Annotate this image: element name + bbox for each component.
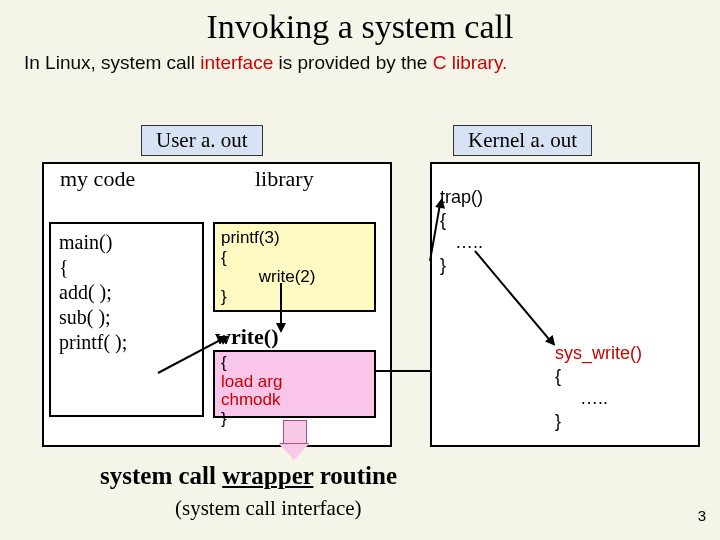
- code-line: chmodk: [221, 391, 370, 410]
- code-line: {: [59, 255, 198, 280]
- library-heading: library: [255, 166, 314, 192]
- caption-underlined: wrapper: [222, 462, 313, 489]
- code-line: …..: [555, 387, 642, 410]
- code-line: printf(3): [221, 228, 370, 248]
- subtitle-word-clibrary: C library: [433, 52, 502, 73]
- caption-wrapper-routine: system call wrapper routine: [100, 462, 397, 490]
- code-line: sys_write(): [555, 342, 642, 365]
- code-line: sub( );: [59, 305, 198, 330]
- code-line: trap(): [440, 186, 483, 209]
- code-line: write(2): [221, 267, 370, 287]
- kernel-space-label: Kernel a. out: [453, 125, 592, 156]
- code-line: {: [555, 365, 642, 388]
- wrapper-box: { load arg chmodk }: [213, 350, 376, 418]
- code-line: }: [221, 287, 370, 307]
- my-code-box: main() { add( ); sub( ); printf( );: [49, 222, 204, 417]
- code-line: }: [440, 254, 483, 277]
- code-line: add( );: [59, 280, 198, 305]
- my-code-heading: my code: [60, 166, 135, 192]
- code-line: {: [221, 248, 370, 268]
- caption-part: routine: [313, 462, 397, 489]
- code-line: …..: [440, 231, 483, 254]
- caption-part: system call: [100, 462, 222, 489]
- code-line: load arg: [221, 373, 370, 392]
- slide-number: 3: [698, 507, 706, 524]
- subtitle-post: .: [502, 52, 507, 73]
- page-title: Invoking a system call: [0, 0, 720, 46]
- block-arrow-down-icon: [279, 420, 309, 460]
- subtitle-mid: is provided by the: [273, 52, 432, 73]
- subtitle-pre: In Linux, system call: [24, 52, 200, 73]
- code-line: main(): [59, 230, 198, 255]
- printf-box: printf(3) { write(2) }: [213, 222, 376, 312]
- code-line: {: [221, 354, 370, 373]
- sys-write-code: sys_write() { ….. }: [555, 342, 642, 432]
- subtitle-word-interface: interface: [200, 52, 273, 73]
- caption-subtitle: (system call interface): [175, 496, 362, 521]
- subtitle: In Linux, system call interface is provi…: [0, 46, 720, 74]
- code-line: }: [555, 410, 642, 433]
- code-line: printf( );: [59, 330, 198, 355]
- user-space-label: User a. out: [141, 125, 263, 156]
- code-line: {: [440, 209, 483, 232]
